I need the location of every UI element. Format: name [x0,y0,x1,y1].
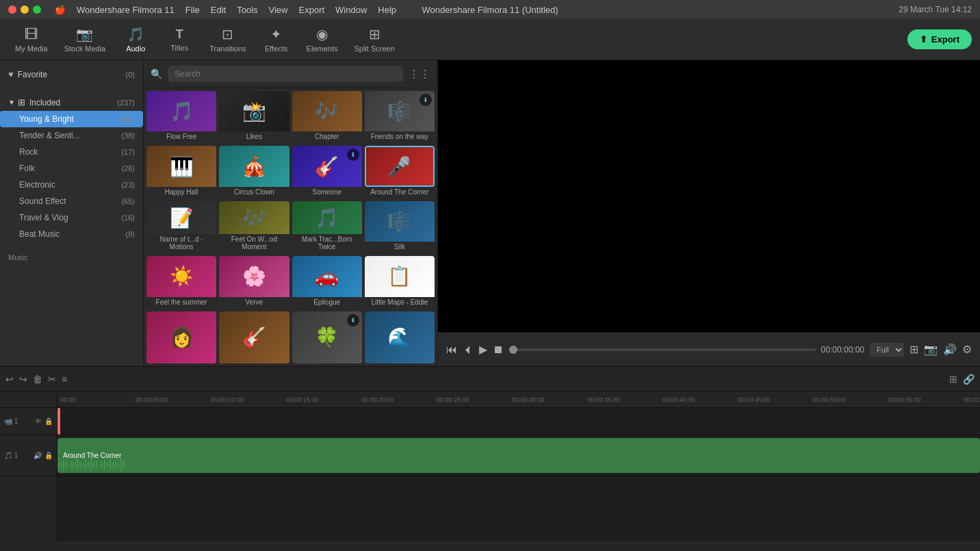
media-item[interactable]: ☀️Feel the summer [146,256,216,308]
zoom-select[interactable]: Full [870,343,904,357]
media-item[interactable]: 🎸 [219,311,289,363]
sidebar-group-included[interactable]: ▼ ⊞ Included (237) [0,94,143,111]
media-item[interactable]: 🎪Circus Clown [219,146,289,198]
track-rows-container: Around The Corner [57,408,980,476]
close-button[interactable] [8,5,16,14]
media-item[interactable]: 🍀⬇ [292,311,362,363]
grid-icon: ⊞ [18,97,25,107]
menu-item-export[interactable]: Export [299,5,325,15]
toolbar-split-screen[interactable]: ⊞ Split Screen [347,22,401,57]
lock-icon[interactable]: 🔒 [44,418,53,425]
elements-icon: ◉ [316,26,328,42]
timeline-toolbar: ↩ ↪ 🗑 ✂ ≡ ⊞ 🔗 [0,367,980,392]
redo-icon[interactable]: ↪ [19,374,27,385]
menu-item-edit[interactable]: Edit [211,5,226,15]
timeline-scrollbar[interactable] [0,541,980,551]
add-track-icon[interactable]: ⊞ [949,374,957,385]
toolbar-elements[interactable]: ◉ Elements [300,22,345,57]
tender-label: Tender & Senti... [19,131,80,140]
media-thumb: 🎪 [219,146,289,186]
sidebar-subitem-young-bright[interactable]: Young & Bright (44) [0,111,143,127]
audio-clip[interactable]: Around The Corner [57,438,980,473]
menu-item-file[interactable]: Wondershare Filmora 11 [77,5,175,15]
toolbar-titles[interactable]: T Titles [159,23,200,56]
toolbar-my-media[interactable]: 🎞 My Media [8,23,55,57]
grid-toggle-icon[interactable]: ⋮⋮ [409,68,430,81]
media-item[interactable]: 🚗Epilogue [292,256,362,308]
track-row-audio-1[interactable]: Around The Corner [57,435,980,476]
sidebar-subitem-sound-effect[interactable]: Sound Effect (65) ◀ [0,193,143,209]
menu-item-window[interactable]: Window [335,5,367,15]
svg-rect-5 [71,461,73,469]
media-item[interactable]: 🎼Silk [365,201,435,253]
cut-icon[interactable]: ✂ [48,374,56,385]
toolbar-transitions[interactable]: ⊡ Transitions [203,22,253,57]
volume-button[interactable]: 🔊 [943,343,957,356]
rewind-button[interactable]: ⏮ [446,344,457,356]
media-thumb: 📝 [146,201,216,234]
play-button[interactable]: ▶ [479,343,487,356]
sound-effect-label: Sound Effect [19,196,66,206]
young-bright-count: (44) [121,115,135,123]
media-item[interactable]: 🎸⬇Someone [292,146,362,198]
apple-menu-icon[interactable]: 🍎 [55,5,66,15]
media-item[interactable]: 📝Name of t...d - Motions [146,201,216,253]
media-item[interactable]: 🌸Verve [219,256,289,308]
sidebar-subitem-folk[interactable]: Folk (26) [0,160,143,177]
minimize-button[interactable] [21,5,29,14]
lock-icon-2[interactable]: 🔒 [44,452,53,459]
media-item[interactable]: 🎵Mark Trac...Born Twice [292,201,362,253]
sidebar-subitem-tender[interactable]: Tender & Senti... (38) [0,127,143,144]
fit-screen-button[interactable]: ⊞ [910,343,918,356]
svg-rect-11 [88,462,89,467]
toolbar-stock-media[interactable]: 📷 Stock Media [57,22,113,57]
play-back-button[interactable]: ⏴ [463,344,474,356]
media-item[interactable]: 🎼⬇Friends on the way [365,91,435,143]
media-item[interactable]: 📋Little Maps - Eddie [365,256,435,308]
menu-item-tools[interactable]: Tools [237,5,257,15]
speaker-icon[interactable]: 🔊 [34,452,42,459]
media-item[interactable]: 🎹Happy Hall [146,146,216,198]
eye-icon[interactable]: 👁 [35,418,42,425]
thumb-bg: 📋 [365,256,435,296]
sidebar-subitem-travel-vlog[interactable]: Travel & Vlog (16) [0,209,143,226]
search-input[interactable] [168,66,403,82]
media-thumb: ☀️ [146,256,216,296]
media-item[interactable]: 🎶Feet On W...od Moment [219,201,289,253]
menu-item-help[interactable]: Help [378,5,396,15]
sidebar-section-included: ▼ ⊞ Included (237) Young & Bright (44) T… [0,88,143,248]
delete-icon[interactable]: 🗑 [33,374,42,385]
search-bar: 🔍 ⋮⋮ [144,60,437,88]
media-item[interactable]: 👩 [146,311,216,363]
toolbar-effects[interactable]: ✦ Effects [256,22,297,57]
track-row-video-1[interactable] [57,408,980,435]
settings-button[interactable]: ⚙ [962,343,972,356]
preview-timeline[interactable] [509,348,816,351]
menu-icon[interactable]: ≡ [62,374,67,385]
stock-media-label: Stock Media [64,44,106,53]
menu-item-file[interactable]: File [185,5,200,15]
stop-button[interactable]: ⏹ [493,344,504,356]
link-icon[interactable]: 🔗 [963,374,975,385]
media-title: Likes [219,131,289,143]
toolbar-audio[interactable]: 🎵 Audio [115,22,156,57]
export-button[interactable]: ⬆ Export [907,29,972,49]
media-item[interactable]: 📸Likes [219,91,289,143]
undo-icon[interactable]: ↩ [5,374,14,385]
beat-music-count: (8) [126,230,135,238]
media-item[interactable]: 🎤Around The Corner [365,146,435,198]
media-item[interactable]: 🌊 [365,311,435,363]
sidebar-subitem-rock[interactable]: Rock (17) [0,144,143,160]
media-area: 🔍 ⋮⋮ 🎵Flow Free📸Likes🎶Chapter🎼⬇Friends o… [144,60,438,366]
menu-item-view[interactable]: View [269,5,288,15]
sidebar-subitem-electronic[interactable]: Electronic (23) [0,177,143,193]
sidebar-subitem-beat-music[interactable]: Beat Music (8) [0,226,143,242]
sidebar-item-favorite[interactable]: ♥ Favorite (0) [0,66,143,83]
media-title: Flow Free [146,131,216,143]
timeline-tracks[interactable]: 00:0000:00:05:0000:00:10:0000:00:15:0000… [57,392,980,541]
media-item[interactable]: 🎶Chapter [292,91,362,143]
ruler-tick: 00:00:40:00 [662,396,738,403]
snapshot-button[interactable]: 📷 [924,343,938,356]
fullscreen-button[interactable] [33,5,41,14]
media-item[interactable]: 🎵Flow Free [146,91,216,143]
